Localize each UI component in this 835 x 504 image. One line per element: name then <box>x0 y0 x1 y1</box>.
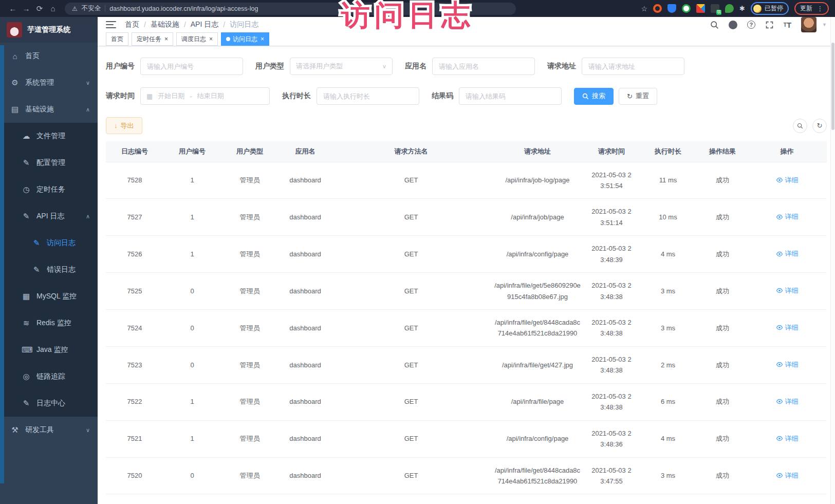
search-icon[interactable] <box>710 21 719 29</box>
font-size-icon[interactable]: TT <box>784 21 791 29</box>
sidebar-item-label: 访问日志 <box>47 238 76 248</box>
detail-link[interactable]: 详细 <box>776 396 799 407</box>
sidebar-item[interactable]: ✎ 日志中心 <box>0 390 98 417</box>
sidebar-item[interactable]: ✎ 配置管理 <box>0 150 98 176</box>
reset-button[interactable]: ↻ 重置 <box>619 88 657 105</box>
table-row: 7526 1 管理员 dashboard GET /api/infra/conf… <box>106 236 827 273</box>
table-column-header: 请求时间 <box>585 141 638 162</box>
extension-icon-green[interactable] <box>682 4 691 13</box>
detail-link[interactable]: 详细 <box>776 433 799 444</box>
hamburger-icon[interactable] <box>106 21 116 28</box>
page-scrollbar[interactable] <box>830 17 835 504</box>
toggle-search-button[interactable] <box>793 119 807 133</box>
user-id-input[interactable] <box>140 58 243 75</box>
sidebar-item[interactable]: ◎ 链路追踪 <box>0 363 98 390</box>
browser-forward-icon[interactable]: → <box>20 4 33 13</box>
sidebar-item[interactable]: ⚙ 系统管理 ∨ <box>0 69 98 96</box>
sidebar-item[interactable]: ▤ 基础设施 ∧ <box>0 96 98 123</box>
tab[interactable]: 定时任务 × <box>132 32 173 46</box>
infra-icon: ▤ <box>10 105 20 114</box>
sidebar-item[interactable]: ☁ 文件管理 <box>0 123 98 150</box>
extensions-puzzle-icon[interactable]: ✱ <box>739 5 745 12</box>
sidebar-item[interactable]: ✎ 访问日志 <box>0 230 98 256</box>
chevron-icon: ∧ <box>86 213 90 220</box>
app-name-input[interactable] <box>432 58 535 75</box>
sidebar-item-label: 文件管理 <box>36 132 65 141</box>
sidebar-item[interactable]: ⌨ Java 监控 <box>0 337 98 363</box>
result-code-input[interactable] <box>459 87 562 105</box>
breadcrumb-item[interactable]: 基础设施 <box>151 20 179 29</box>
eye-icon <box>776 288 783 293</box>
detail-link[interactable]: 详细 <box>776 470 799 481</box>
extension-icon-ring[interactable] <box>653 4 662 13</box>
breadcrumb-item[interactable]: 首页 <box>125 20 139 29</box>
table-column-header: 请求地址 <box>490 141 585 162</box>
tab[interactable]: 访问日志 × <box>221 32 269 46</box>
github-icon[interactable] <box>729 21 737 29</box>
filter-label-app-name: 应用名 <box>405 62 426 71</box>
tab[interactable]: 首页 × <box>106 32 128 46</box>
breadcrumb-item[interactable]: API 日志 <box>191 20 218 29</box>
browser-menu-icon[interactable]: ⋮ <box>817 5 823 12</box>
extension-icon-grid[interactable] <box>696 4 705 13</box>
browser-update-button[interactable]: 更新 ⋮ <box>794 2 829 15</box>
user-type-select[interactable]: 请选择用户类型 ∨ <box>290 58 393 75</box>
sidebar-scrollbar[interactable] <box>0 45 4 483</box>
address-bar[interactable]: ⚠ 不安全 dashboard.yudao.iocoder.cn/infra/l… <box>65 3 516 15</box>
bookmark-star-icon[interactable]: ☆ <box>641 5 648 13</box>
eye-icon <box>776 214 783 220</box>
avatar-caret-icon[interactable]: ▼ <box>822 22 827 27</box>
refresh-table-button[interactable]: ↻ <box>812 119 827 133</box>
help-icon[interactable]: ? <box>747 21 755 29</box>
extension-icon-shield[interactable] <box>667 4 676 13</box>
sidebar-item[interactable]: ▦ MySQL 监控 <box>0 283 98 310</box>
scrollbar-thumb[interactable] <box>831 43 834 130</box>
export-button[interactable]: ↓ 导出 <box>106 117 142 134</box>
detail-link[interactable]: 详细 <box>776 248 799 259</box>
tab-close-icon[interactable]: × <box>261 35 264 43</box>
tab-label: 访问日志 <box>233 35 257 44</box>
sidebar-item[interactable]: ≋ Redis 监控 <box>0 310 98 337</box>
browser-home-icon[interactable]: ⌂ <box>46 4 60 13</box>
extension-icon-sprout[interactable] <box>725 4 734 13</box>
sidebar-item[interactable]: ✎ API 日志 ∧ <box>0 203 98 230</box>
cloud-icon: ☁ <box>22 132 31 141</box>
breadcrumb-separator: / <box>223 21 225 29</box>
tab[interactable]: 调度日志 × <box>176 32 218 46</box>
sidebar-item[interactable]: ◷ 定时任务 <box>0 176 98 203</box>
detail-link[interactable]: 详细 <box>776 175 799 185</box>
breadcrumb-item[interactable]: 访问日志 <box>230 20 258 29</box>
tab-close-icon[interactable]: × <box>164 35 168 43</box>
fullscreen-icon[interactable] <box>765 21 774 29</box>
eye-icon <box>776 251 783 257</box>
eye-icon <box>776 325 783 330</box>
sidebar: 芋道管理系统 ⌂ 首页 ⚙ 系统管理 ∨ ▤ 基础设施 <box>0 17 98 504</box>
request-url-input[interactable] <box>582 58 684 75</box>
chevron-down-icon: ∨ <box>382 63 386 70</box>
sidebar-item[interactable]: ✎ 错误日志 <box>0 256 98 283</box>
sidebar-item-label: Java 监控 <box>36 345 68 354</box>
edit-icon: ✎ <box>22 399 31 408</box>
detail-link[interactable]: 详细 <box>776 359 799 370</box>
warning-icon: ⚠ <box>72 5 78 12</box>
eye-icon <box>776 362 783 367</box>
sidebar-logo-bar[interactable]: 芋道管理系统 <box>0 17 98 43</box>
detail-link[interactable]: 详细 <box>776 211 799 222</box>
sidebar-item[interactable]: ⌂ 首页 <box>0 43 98 69</box>
detail-link[interactable]: 详细 <box>776 322 799 333</box>
browser-reload-icon[interactable]: ⟳ <box>33 4 46 13</box>
profile-paused-pill[interactable]: 已暂停 <box>751 2 789 15</box>
user-avatar[interactable] <box>801 17 817 32</box>
table-row: 7528 1 管理员 dashboard GET /api/infra/job-… <box>106 162 827 199</box>
extension-icon-dark[interactable]: 萌 <box>711 4 719 13</box>
detail-link[interactable]: 详细 <box>776 285 799 296</box>
sidebar-item[interactable]: ⚒ 研发工具 ∨ <box>0 417 98 443</box>
duration-input[interactable] <box>317 87 419 105</box>
app-header: 首页 / 基础设施 / API 日志 / 访问日志 <box>98 17 835 32</box>
refresh-icon: ↻ <box>627 92 633 100</box>
request-time-range-picker[interactable]: ▦ 开始日期 - 结束日期 <box>140 87 270 105</box>
tab-close-icon[interactable]: × <box>209 35 213 43</box>
search-button[interactable]: 搜索 <box>574 88 614 105</box>
browser-back-icon[interactable]: ← <box>6 4 20 13</box>
table-row: 7523 0 管理员 dashboard GET /api/infra/file… <box>106 346 827 383</box>
